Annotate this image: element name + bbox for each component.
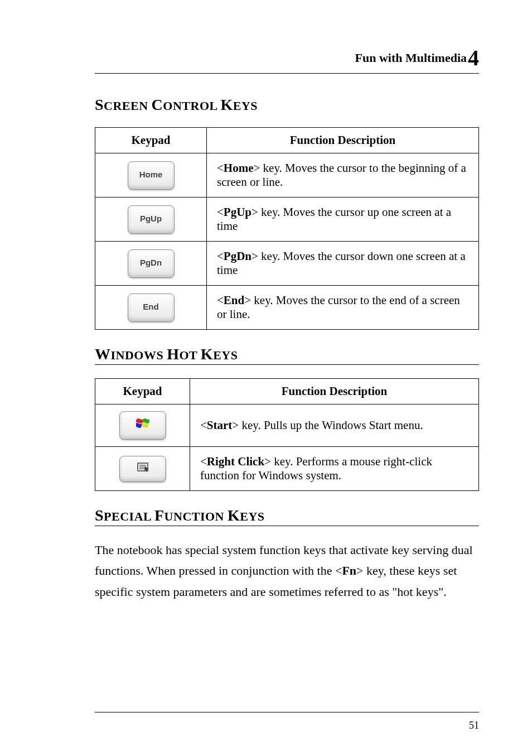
- desc-cell: <End> key. Moves the cursor to the end o…: [207, 286, 479, 330]
- desc-text: > key. Moves the cursor up one screen at…: [217, 205, 451, 233]
- screen-keys-table: Keypad Function Description Home <Home> …: [95, 127, 479, 330]
- desc-cell: <Start> key. Pulls up the Windows Start …: [190, 405, 479, 447]
- fn-key-name: Fn: [342, 564, 356, 577]
- windows-logo-icon: [136, 417, 149, 430]
- desc-text: > key. Moves the cursor to the end of a …: [217, 293, 460, 321]
- end-key-icon: End: [128, 293, 175, 322]
- header-title: Fun with Multimedia4: [95, 45, 479, 71]
- page-header: Fun with Multimedia4: [95, 45, 479, 74]
- col-desc: Function Description: [190, 379, 479, 405]
- table-row: Home <Home> key. Moves the cursor to the…: [95, 153, 479, 198]
- desc-text: > key. Pulls up the Windows Start menu.: [232, 418, 423, 432]
- cap: H: [167, 345, 179, 363]
- rest: ONTROL: [163, 99, 220, 113]
- cap: K: [201, 345, 213, 363]
- desc-cell: <PgDn> key. Moves the cursor down one sc…: [207, 242, 479, 286]
- rest: PECIAL: [104, 509, 154, 523]
- desc-cell: <Right Click> key. Performs a mouse righ…: [190, 447, 479, 491]
- key-name: Right Click: [207, 455, 264, 468]
- rest: OT: [179, 348, 200, 362]
- key-name: PgDn: [224, 249, 252, 263]
- keycap-cell: PgUp: [95, 198, 207, 242]
- table-row: <Right Click> key. Performs a mouse righ…: [95, 447, 479, 491]
- context-menu-key-icon: [119, 456, 166, 482]
- windows-key-icon: [119, 411, 166, 440]
- table-row: PgDn <PgDn> key. Moves the cursor down o…: [95, 242, 479, 286]
- footer-rule: [95, 712, 479, 712]
- key-name: End: [224, 293, 244, 307]
- cap: F: [154, 507, 165, 524]
- pgdn-key-icon: PgDn: [128, 249, 175, 278]
- col-desc: Function Description: [207, 128, 479, 153]
- keycap-cell: End: [95, 286, 207, 330]
- desc-cell: <Home> key. Moves the cursor to the begi…: [207, 153, 479, 198]
- table-row: PgUp <PgUp> key. Moves the cursor up one…: [95, 198, 479, 242]
- cap: K: [228, 507, 240, 524]
- desc-text: > key. Moves the cursor down one screen …: [217, 249, 466, 277]
- keycap-cell: [95, 447, 190, 491]
- special-body-text: The notebook has special system function…: [95, 540, 479, 602]
- cap: S: [95, 96, 104, 113]
- key-name: Start: [207, 418, 233, 432]
- keycap-cell: PgDn: [95, 242, 207, 286]
- section-heading-special: SPECIAL FUNCTION KEYS: [95, 507, 479, 526]
- chapter-number: 4: [468, 45, 479, 70]
- table-row: <Start> key. Pulls up the Windows Start …: [95, 405, 479, 447]
- keycap-cell: Home: [95, 153, 207, 198]
- col-keypad: Keypad: [95, 379, 190, 405]
- windows-keys-table: Keypad Function Description <Start> key.…: [95, 378, 479, 491]
- rest: INDOWS: [111, 348, 167, 362]
- rest: CREEN: [104, 99, 152, 113]
- col-keypad: Keypad: [95, 128, 207, 153]
- cap: K: [220, 96, 233, 113]
- table-header-row: Keypad Function Description: [95, 379, 479, 405]
- rest: EYS: [233, 99, 258, 113]
- key-name: Home: [224, 161, 254, 175]
- cap: W: [95, 345, 111, 363]
- rest: EYS: [213, 348, 238, 362]
- section-heading-screen: SCREEN CONTROL KEYS: [95, 96, 479, 114]
- section-heading-windows: WINDOWS HOT KEYS: [95, 345, 479, 365]
- home-key-icon: Home: [128, 161, 175, 190]
- keycap-cell: [95, 405, 190, 447]
- cap: S: [95, 507, 104, 524]
- desc-cell: <PgUp> key. Moves the cursor up one scre…: [207, 198, 479, 242]
- pgup-key-icon: PgUp: [128, 205, 175, 234]
- table-header-row: Keypad Function Description: [95, 128, 479, 153]
- rest: UNCTION: [165, 509, 228, 523]
- desc-text: > key. Moves the cursor to the beginning…: [217, 161, 466, 189]
- context-menu-icon: [137, 462, 149, 472]
- page-number: 51: [469, 720, 479, 731]
- key-name: PgUp: [224, 205, 252, 219]
- table-row: End <End> key. Moves the cursor to the e…: [95, 286, 479, 330]
- header-title-text: Fun with Multimedia: [355, 51, 467, 65]
- cap: C: [152, 96, 163, 113]
- rest: EYS: [240, 509, 264, 523]
